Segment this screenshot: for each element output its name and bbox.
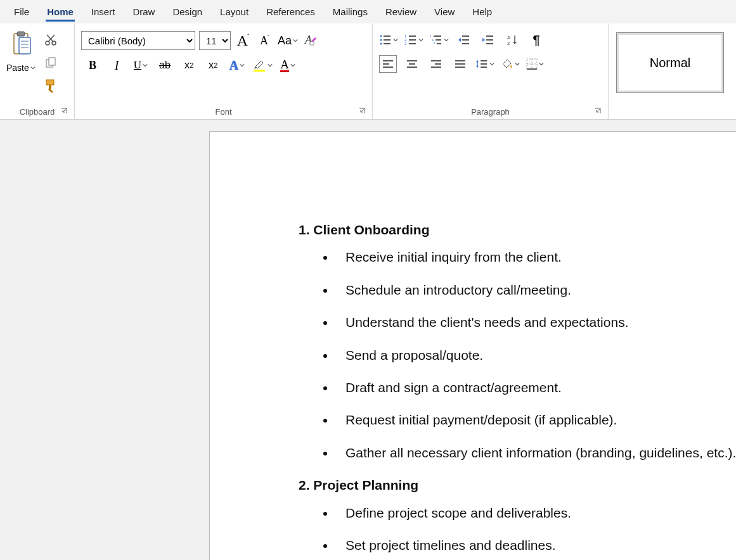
- show-marks-button[interactable]: ¶: [527, 31, 545, 49]
- subscript-button[interactable]: x2: [180, 56, 198, 74]
- chevron-down-icon: [30, 65, 36, 70]
- shading-button[interactable]: [501, 55, 520, 73]
- copy-icon: [44, 56, 57, 69]
- list-item[interactable]: Send a proposal/quote.: [335, 346, 736, 364]
- svg-point-21: [380, 43, 382, 45]
- svg-text:a: a: [432, 38, 434, 42]
- superscript-button[interactable]: x2: [204, 56, 222, 74]
- highlight-button[interactable]: [252, 56, 273, 74]
- section-list[interactable]: Define project scope and deliverables.Se…: [299, 504, 736, 560]
- ribbon: Paste: [0, 23, 736, 120]
- style-normal[interactable]: Normal: [616, 32, 724, 93]
- highlighter-icon: [252, 58, 266, 72]
- align-right-button[interactable]: [427, 55, 445, 73]
- chevron-down-icon: [143, 63, 148, 68]
- format-painter-button[interactable]: [43, 78, 58, 93]
- document-area[interactable]: 1. Client OnboardingReceive initial inqu…: [0, 120, 736, 560]
- chevron-down-icon: [240, 63, 245, 68]
- sort-icon: A Z: [507, 34, 518, 46]
- clipboard-icon: [10, 31, 32, 59]
- list-item[interactable]: Schedule an introductory call/meeting.: [335, 281, 736, 299]
- tab-help[interactable]: Help: [463, 0, 501, 23]
- list-item[interactable]: Understand the client's needs and expect…: [335, 313, 736, 331]
- tab-view[interactable]: View: [425, 0, 463, 23]
- menu-tabs: File Home Insert Draw Design Layout Refe…: [0, 0, 736, 23]
- bullets-button[interactable]: [379, 31, 398, 49]
- chevron-down-icon: [489, 61, 494, 67]
- chevron-down-icon: [515, 61, 520, 67]
- justify-button[interactable]: [451, 55, 469, 73]
- section-heading[interactable]: 1. Client Onboarding: [299, 220, 736, 239]
- strikethrough-button[interactable]: ab: [156, 56, 174, 74]
- scissors-icon: [44, 34, 57, 46]
- font-size-select[interactable]: 11: [199, 31, 231, 50]
- multilevel-list-button[interactable]: 1 a: [430, 31, 449, 49]
- group-label-font: Font: [215, 107, 231, 117]
- indent-icon: [482, 35, 494, 45]
- caret-up-icon: ˆ: [247, 33, 249, 39]
- copy-button[interactable]: [43, 55, 58, 70]
- list-item[interactable]: Define project scope and deliverables.: [335, 504, 736, 522]
- list-item[interactable]: Request initial payment/deposit (if appl…: [335, 410, 736, 429]
- italic-button[interactable]: I: [108, 56, 126, 74]
- paste-button[interactable]: Paste: [6, 27, 36, 73]
- shrink-font-button[interactable]: A ˇ: [256, 32, 274, 49]
- line-spacing-button[interactable]: [475, 55, 494, 73]
- tab-file[interactable]: File: [5, 0, 38, 23]
- group-clipboard: Paste: [0, 23, 75, 119]
- tab-draw[interactable]: Draw: [124, 0, 164, 23]
- cut-button[interactable]: [43, 32, 58, 48]
- tab-references[interactable]: References: [257, 0, 324, 23]
- tab-mailings[interactable]: Mailings: [324, 0, 377, 23]
- group-label-paragraph: Paragraph: [471, 107, 510, 117]
- list-item[interactable]: Draft and sign a contract/agreement.: [335, 378, 736, 397]
- tab-home[interactable]: Home: [38, 0, 82, 23]
- pilcrow-icon: ¶: [533, 33, 539, 48]
- line-spacing-icon: [475, 59, 488, 69]
- decrease-indent-button[interactable]: [455, 31, 473, 49]
- section-heading[interactable]: 2. Project Planning: [299, 476, 736, 494]
- numbering-button[interactable]: 1 2 3: [404, 31, 423, 49]
- chevron-down-icon: [293, 38, 298, 43]
- font-color-button[interactable]: A: [279, 56, 297, 74]
- tab-insert[interactable]: Insert: [82, 0, 124, 23]
- chevron-down-icon: [268, 63, 273, 68]
- text-effects-button[interactable]: A: [228, 56, 246, 74]
- align-left-button[interactable]: [379, 55, 397, 73]
- clear-formatting-button[interactable]: A: [302, 32, 320, 49]
- paintbrush-icon: [44, 79, 58, 92]
- document-page[interactable]: 1. Client OnboardingReceive initial inqu…: [209, 131, 736, 560]
- numbering-icon: 1 2 3: [404, 34, 417, 46]
- section-list[interactable]: Receive initial inquiry from the client.…: [299, 248, 736, 462]
- tab-layout[interactable]: Layout: [211, 0, 257, 23]
- group-font: Calibri (Body) 11 A ˆ A ˇ Aa: [75, 23, 373, 119]
- list-item[interactable]: Set project timelines and deadlines.: [335, 536, 736, 554]
- increase-indent-button[interactable]: [479, 31, 497, 49]
- align-right-icon: [430, 60, 442, 68]
- font-launcher[interactable]: [358, 107, 367, 116]
- font-family-select[interactable]: Calibri (Body): [81, 31, 195, 50]
- tab-design[interactable]: Design: [164, 0, 211, 23]
- grow-font-button[interactable]: A ˆ: [235, 32, 252, 49]
- document-content[interactable]: 1. Client OnboardingReceive initial inqu…: [299, 220, 736, 560]
- sort-button[interactable]: A Z: [503, 31, 521, 49]
- bold-button[interactable]: B: [84, 56, 101, 74]
- svg-point-19: [380, 39, 382, 41]
- svg-rect-15: [310, 42, 314, 45]
- change-case-button[interactable]: Aa: [278, 32, 298, 49]
- chevron-down-icon: [444, 37, 449, 42]
- align-center-button[interactable]: [403, 55, 421, 73]
- underline-button[interactable]: U: [132, 56, 150, 74]
- clipboard-launcher[interactable]: [60, 107, 69, 116]
- list-item[interactable]: Receive initial inquiry from the client.: [335, 248, 736, 266]
- group-paragraph: 1 2 3 1 a: [373, 23, 609, 119]
- tab-review[interactable]: Review: [377, 0, 425, 23]
- group-styles: Normal: [609, 23, 736, 119]
- borders-button[interactable]: [526, 55, 544, 73]
- paragraph-launcher[interactable]: [594, 107, 603, 116]
- list-item[interactable]: Gather all necessary client information …: [335, 443, 736, 462]
- svg-point-17: [380, 35, 382, 37]
- svg-rect-13: [49, 85, 51, 89]
- svg-rect-2: [19, 37, 30, 54]
- paste-label: Paste: [6, 63, 29, 73]
